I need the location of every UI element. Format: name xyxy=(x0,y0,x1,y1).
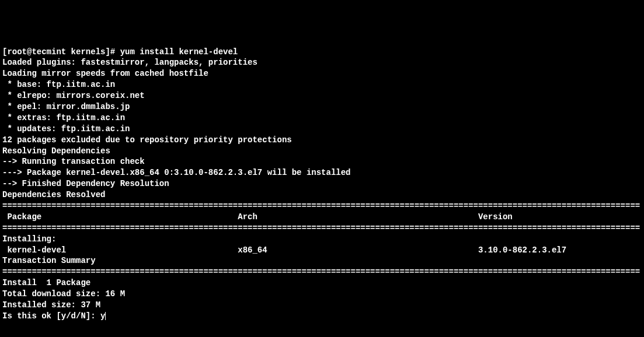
output-resolving: Resolving Dependencies xyxy=(2,146,644,157)
confirm-input[interactable]: y xyxy=(100,311,105,321)
installing-label: Installing: xyxy=(2,234,644,245)
output-loading-mirror: Loading mirror speeds from cached hostfi… xyxy=(2,68,644,79)
terminal-window[interactable]: [root@tecmint kernels]# yum install kern… xyxy=(2,47,644,337)
mirror-updates: * updates: ftp.iitm.ac.in xyxy=(2,124,644,135)
download-size: Total download size: 16 M xyxy=(2,289,644,300)
divider-line: ========================================… xyxy=(2,223,644,234)
output-excluded: 12 packages excluded due to repository p… xyxy=(2,135,644,146)
output-loaded-plugins: Loaded plugins: fastestmirror, langpacks… xyxy=(2,57,644,68)
divider-line: ========================================… xyxy=(2,201,644,212)
table-header: Package Arch Version xyxy=(2,212,644,223)
confirm-prompt: Is this ok [y/d/N]: xyxy=(2,311,100,321)
mirror-extras: * extras: ftp.iitm.ac.in xyxy=(2,113,644,124)
transaction-summary-label: Transaction Summary xyxy=(2,255,644,266)
installed-size: Installed size: 37 M xyxy=(2,300,644,311)
confirm-line: Is this ok [y/d/N]: y xyxy=(2,311,644,322)
mirror-base: * base: ftp.iitm.ac.in xyxy=(2,79,644,90)
shell-prompt: [root@tecmint kernels]# xyxy=(2,47,120,57)
cursor-icon xyxy=(105,312,106,320)
typed-command: yum install kernel-devel xyxy=(120,47,238,57)
install-count: Install 1 Package xyxy=(2,278,644,289)
divider-line: ========================================… xyxy=(2,266,644,278)
command-line: [root@tecmint kernels]# yum install kern… xyxy=(2,47,644,58)
output-running-check: --> Running transaction check xyxy=(2,156,644,167)
table-row: kernel-devel x86_64 3.10.0-862.2.3.el7 xyxy=(2,245,644,256)
mirror-epel: * epel: mirror.dmmlabs.jp xyxy=(2,101,644,113)
output-finished-dep: --> Finished Dependency Resolution xyxy=(2,178,644,189)
output-package-install: ---> Package kernel-devel.x86_64 0:3.10.… xyxy=(2,167,644,178)
output-deps-resolved: Dependencies Resolved xyxy=(2,189,644,201)
mirror-elrepo: * elrepo: mirrors.coreix.net xyxy=(2,90,644,101)
